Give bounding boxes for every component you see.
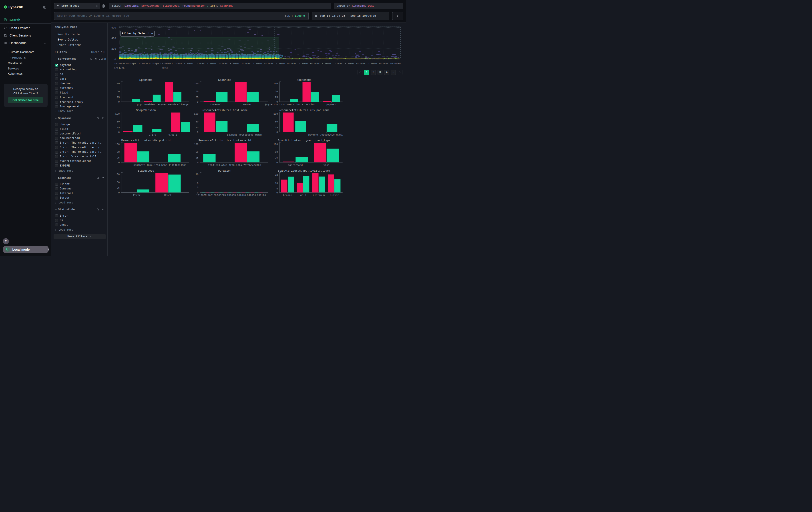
svg-text:1:30am: 1:30am [195,62,205,65]
svg-text:0: 0 [118,161,120,164]
svg-text:6:00am: 6:00am [299,62,308,65]
svg-text:6:30am: 6:30am [310,62,320,65]
svg-text:mastercard: mastercard [288,164,302,166]
svg-text:807648: 807648 [237,194,246,196]
svg-text:7:00am: 7:00am [322,62,331,65]
svg-text:payment-7985c8969c-mwmw7: payment-7985c8969c-mwmw7 [227,134,262,136]
svg-text:grpc.oteldemo.PaymentService/C: grpc.oteldemo.PaymentService/Charge [137,103,188,106]
svg-text:25: 25 [117,157,120,159]
svg-text:12:00am: 12:00am [160,62,171,65]
svg-text:ScopeName: ScopeName [297,79,311,82]
svg-text:Server: Server [243,103,252,106]
svg-text:50: 50 [117,90,120,93]
svg-text:8: 8 [277,187,278,190]
svg-text:1019375: 1019375 [196,194,207,196]
svg-text:25: 25 [196,126,198,129]
svg-text:100: 100 [115,82,120,85]
svg-text:25: 25 [275,126,278,129]
svg-text:0: 0 [197,101,199,103]
svg-text:8:30am: 8:30am [356,62,366,65]
svg-text:100: 100 [273,143,278,145]
svg-text:5:00am: 5:00am [276,62,285,65]
svg-text:@hyperdx/instrumentation-excep: @hyperdx/instrumentation-exception [265,103,315,106]
svg-text:ResourceAttributes.k8s.pod.uid: ResourceAttributes.k8s.pod.uid [121,139,171,142]
svg-text:100: 100 [273,113,278,115]
svg-text:0: 0 [118,131,120,134]
svg-text:3:30am: 3:30am [241,62,251,65]
svg-text:8:00am: 8:00am [345,62,354,65]
svg-text:8: 8 [197,182,199,185]
svg-text:0: 0 [118,191,120,194]
svg-text:100: 100 [194,143,199,145]
svg-text:50: 50 [117,120,120,123]
svg-text:25: 25 [196,157,198,159]
svg-text:5:30am: 5:30am [287,62,296,65]
svg-text:25: 25 [275,157,278,159]
svg-text:50: 50 [117,181,120,184]
svg-text:50: 50 [275,90,278,93]
svg-text:bronze: bronze [283,194,292,196]
svg-text:0: 0 [277,131,278,134]
svg-text:f5344ec9-a1ea-4290-a62a-78f5be: f5344ec9-a1ea-4290-a62a-78f5bee8d90b [208,164,261,166]
svg-text:100: 100 [115,173,120,176]
svg-text:ResourceAttributes.host.name: ResourceAttributes.host.name [202,109,248,112]
svg-text:32: 32 [275,173,278,176]
svg-text:583275: 583275 [217,194,226,196]
svg-text:100: 100 [115,143,120,145]
svg-text:0: 0 [277,161,278,164]
svg-text:0.1.0: 0.1.0 [149,134,156,136]
svg-text:25: 25 [196,96,198,99]
svg-text:4: 4 [197,186,199,189]
svg-text:0: 0 [118,101,120,103]
svg-text:4:30am: 4:30am [264,62,273,65]
svg-text:100: 100 [273,82,278,85]
svg-text:0: 0 [197,131,199,134]
svg-text:11:00pm: 11:00pm [137,62,148,65]
svg-text:ScopeVersion: ScopeVersion [136,109,156,112]
svg-text:16: 16 [196,173,198,176]
svg-text:gold: gold [300,194,306,196]
svg-text:50: 50 [117,151,120,153]
svg-text:SpanKind: SpanKind [218,79,231,82]
svg-text:Internal: Internal [210,103,222,106]
svg-text:5e02b5fb-13ae-4296-bbbc-111f42: 5e02b5fb-13ae-4296-bbbc-111f423c460d [134,164,186,166]
svg-text:0: 0 [277,191,278,194]
svg-text:50: 50 [196,120,198,123]
svg-text:100: 100 [194,82,199,85]
svg-text:ResourceAttributes.k8s.pod.nam: ResourceAttributes.k8s.pod.name [279,109,329,112]
svg-text:600: 600 [111,26,116,29]
svg-text:25: 25 [117,126,120,129]
svg-text:16: 16 [275,182,278,185]
svg-text:0: 0 [115,58,116,61]
svg-text:11:30pm: 11:30pm [148,62,159,65]
svg-text:9:00am: 9:00am [368,62,377,65]
svg-text:1:00am: 1:00am [184,62,193,65]
svg-text:100: 100 [115,113,120,115]
svg-text:25: 25 [117,187,120,189]
svg-text:10:30pm: 10:30pm [125,62,136,65]
svg-text:1405128: 1405128 [206,194,216,196]
svg-text:50: 50 [196,90,198,93]
svg-text:0: 0 [197,161,199,164]
svg-text:7:30am: 7:30am [333,62,342,65]
svg-text:Duration: Duration [218,169,231,172]
svg-text:0: 0 [277,101,278,103]
svg-text:ResourceAttribu..ice.instance.: ResourceAttribu..ice.instance.id [199,139,251,142]
svg-text:SpanAttributes...yment.card_ty: SpanAttributes...yment.card_type [278,139,330,142]
svg-text:400: 400 [111,37,116,39]
svg-text:50: 50 [196,151,198,153]
svg-text:10:00am: 10:00am [390,62,401,65]
svg-text:2:30am: 2:30am [218,62,228,65]
svg-text:payment: payment [326,103,337,106]
svg-text:9/15: 9/15 [162,66,169,70]
svg-text:842654: 842654 [247,194,256,196]
svg-text:0: 0 [197,191,199,194]
svg-text:StatusCode: StatusCode [138,169,154,172]
svg-text:Error: Error [133,194,141,196]
svg-text:9/14/25: 9/14/25 [114,66,124,70]
svg-text:9:30am: 9:30am [379,62,388,65]
svg-text:100: 100 [194,113,199,115]
svg-text:50: 50 [275,151,278,153]
svg-text:0.51.1: 0.51.1 [169,134,177,136]
svg-text:visa: visa [323,164,329,166]
